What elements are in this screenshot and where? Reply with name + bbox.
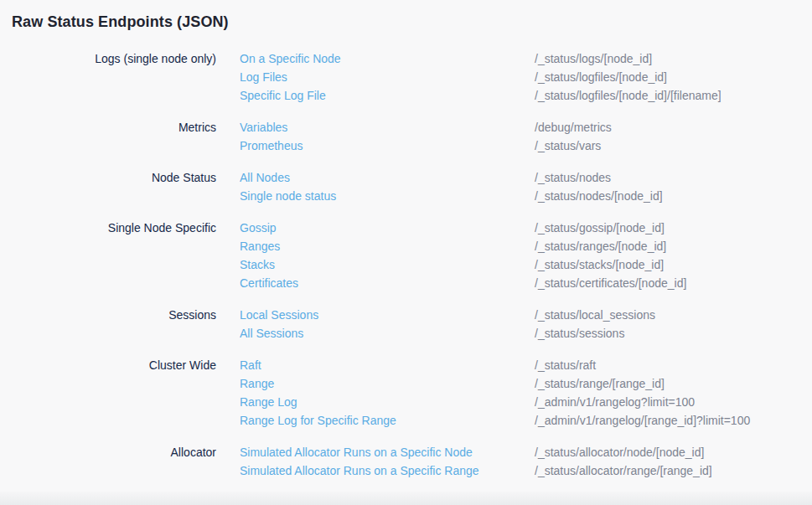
endpoint-section: Sessions Local SessionsAll Sessions /_st… xyxy=(12,306,812,343)
endpoint-path: /_status/nodes/[node_id] xyxy=(535,187,812,205)
endpoint-link[interactable]: Log Files xyxy=(240,68,287,86)
endpoint-links-column: VariablesPrometheus xyxy=(240,118,511,155)
endpoint-path: /_status/gossip/[node_id] xyxy=(535,219,812,237)
endpoint-link[interactable]: Single node status xyxy=(240,187,336,205)
endpoint-path: /_status/sessions xyxy=(535,324,812,343)
endpoint-path: /_status/local_sessions xyxy=(535,306,812,324)
endpoint-path: /_admin/v1/rangelog?limit=100 xyxy=(535,393,812,411)
endpoint-links-column: Local SessionsAll Sessions xyxy=(240,306,511,343)
endpoint-link[interactable]: Variables xyxy=(240,118,287,137)
endpoint-link[interactable]: Ranges xyxy=(240,237,280,255)
endpoint-link[interactable]: Gossip xyxy=(240,219,277,237)
endpoint-section: Single Node Specific GossipRangesStacksC… xyxy=(12,219,812,292)
endpoint-path: /_status/stacks/[node_id] xyxy=(535,255,812,274)
category-label: Single Node Specific xyxy=(12,219,216,292)
endpoint-path: /_status/allocator/range/[range_id] xyxy=(535,461,812,480)
endpoint-links-column: All NodesSingle node status xyxy=(240,168,511,205)
category-label: Metrics xyxy=(12,118,216,155)
endpoint-section: Cluster Wide RaftRangeRange LogRange Log… xyxy=(12,356,812,430)
page-title: Raw Status Endpoints (JSON) xyxy=(12,12,812,33)
category-label: Logs (single node only) xyxy=(12,49,216,105)
endpoint-link[interactable]: Local Sessions xyxy=(240,306,318,324)
endpoint-path: /_status/raft xyxy=(535,356,812,374)
endpoint-path: /_status/certificates/[node_id] xyxy=(535,274,812,292)
endpoint-paths-column: /_status/local_sessions/_status/sessions xyxy=(535,306,812,343)
endpoint-link[interactable]: Simulated Allocator Runs on a Specific R… xyxy=(240,461,479,480)
category-label: Sessions xyxy=(12,306,216,343)
endpoint-link[interactable]: All Nodes xyxy=(240,168,290,187)
endpoint-paths-column: /_status/logs/[node_id]/_status/logfiles… xyxy=(535,49,812,105)
endpoint-section: Metrics VariablesPrometheus /debug/metri… xyxy=(12,118,812,155)
endpoint-link[interactable]: Certificates xyxy=(240,274,298,292)
endpoint-paths-column: /_status/raft/_status/range/[range_id]/_… xyxy=(535,356,812,430)
endpoint-path: /_admin/v1/rangelog/[range_id]?limit=100 xyxy=(535,411,812,430)
endpoint-link[interactable]: Simulated Allocator Runs on a Specific N… xyxy=(240,443,473,461)
endpoint-paths-column: /_status/allocator/node/[node_id]/_statu… xyxy=(535,443,812,480)
endpoint-paths-column: /_status/gossip/[node_id]/_status/ranges… xyxy=(535,219,812,292)
endpoint-link[interactable]: Specific Log File xyxy=(240,86,326,105)
endpoint-link[interactable]: Stacks xyxy=(240,255,275,274)
endpoint-link[interactable]: Range Log for Specific Range xyxy=(240,411,396,430)
endpoint-path: /_status/nodes xyxy=(535,168,812,187)
category-label: Allocator xyxy=(12,443,216,480)
endpoint-path: /_status/ranges/[node_id] xyxy=(535,237,812,255)
endpoint-path: /_status/logfiles/[node_id] xyxy=(535,68,812,86)
endpoint-link[interactable]: Prometheus xyxy=(240,137,303,155)
endpoint-links-column: On a Specific NodeLog FilesSpecific Log … xyxy=(240,49,511,105)
endpoint-path: /debug/metrics xyxy=(535,118,812,137)
endpoint-path: /_status/vars xyxy=(535,137,812,155)
category-label: Cluster Wide xyxy=(12,356,216,430)
endpoint-path: /_status/range/[range_id] xyxy=(535,374,812,393)
raw-status-endpoints-page: Raw Status Endpoints (JSON) Logs (single… xyxy=(0,0,812,480)
endpoint-path: /_status/logs/[node_id] xyxy=(535,49,812,68)
endpoint-links-column: GossipRangesStacksCertificates xyxy=(240,219,511,292)
endpoint-link[interactable]: On a Specific Node xyxy=(240,49,341,68)
endpoints-list: Logs (single node only) On a Specific No… xyxy=(12,49,812,480)
endpoint-section: Allocator Simulated Allocator Runs on a … xyxy=(12,443,812,480)
endpoint-paths-column: /_status/nodes/_status/nodes/[node_id] xyxy=(535,168,812,205)
endpoint-link[interactable]: Range Log xyxy=(240,393,297,411)
endpoint-links-column: Simulated Allocator Runs on a Specific N… xyxy=(240,443,511,480)
category-label: Node Status xyxy=(12,168,216,205)
endpoint-links-column: RaftRangeRange LogRange Log for Specific… xyxy=(240,356,511,430)
endpoint-link[interactable]: Range xyxy=(240,374,274,393)
endpoint-path: /_status/allocator/node/[node_id] xyxy=(535,443,812,461)
endpoint-paths-column: /debug/metrics/_status/vars xyxy=(535,118,812,155)
bottom-gradient-band xyxy=(0,492,812,505)
endpoint-section: Logs (single node only) On a Specific No… xyxy=(12,49,812,105)
endpoint-link[interactable]: All Sessions xyxy=(240,324,303,343)
endpoint-section: Node Status All NodesSingle node status … xyxy=(12,168,812,205)
endpoint-path: /_status/logfiles/[node_id]/[filename] xyxy=(535,86,812,105)
endpoint-link[interactable]: Raft xyxy=(240,356,261,374)
